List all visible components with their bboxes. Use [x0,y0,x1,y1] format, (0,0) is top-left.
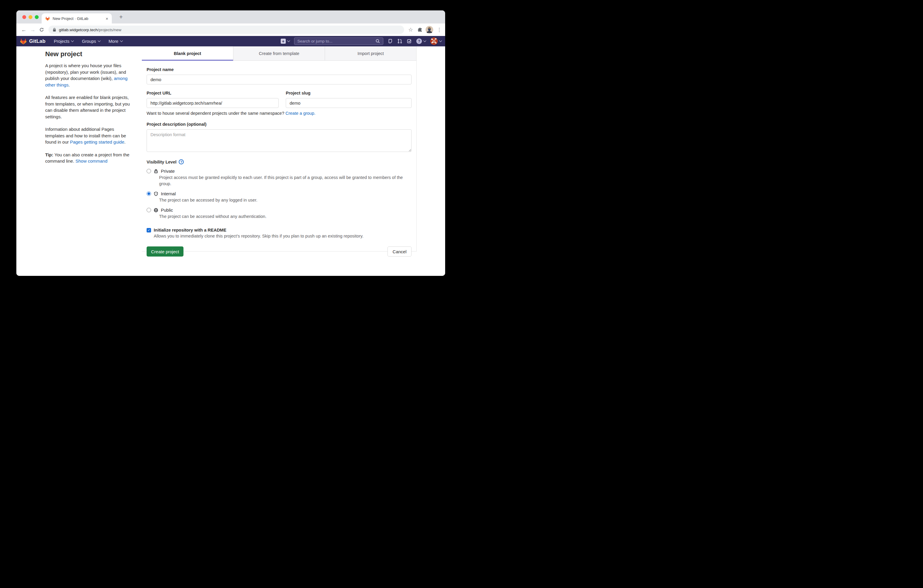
traffic-light-minimize-button[interactable] [28,15,33,19]
blank-project-form: Project name Project URL Project slug Wa… [142,61,416,256]
chevron-down-icon [71,39,74,42]
page-content: New project A project is where you house… [16,46,445,276]
https-lock-icon [53,28,56,32]
browser-window: New Project · GitLab × + ← → gitlab.widg… [16,10,445,276]
internal-radio[interactable] [146,191,151,196]
readme-label: Initialize repository with a README [154,228,226,232]
traffic-light-zoom-button[interactable] [35,15,39,19]
intro-p1-period: . [68,82,70,87]
tab-import-project[interactable]: Import project [325,46,416,60]
show-command-link[interactable]: Show command [76,158,108,164]
merge-request-icon [397,39,402,44]
visibility-level-label: Visibility Level [146,159,176,164]
public-radio[interactable] [146,208,151,212]
project-url-input[interactable] [146,98,279,108]
chevron-down-icon [98,39,101,42]
user-avatar [430,38,438,45]
tab-create-from-template[interactable]: Create from template [233,46,325,60]
pages-guide-link[interactable]: Pages getting started guide [70,140,124,145]
project-description-textarea[interactable] [146,129,412,152]
forward-button[interactable]: → [28,25,37,34]
browser-profile-avatar[interactable] [425,26,433,34]
browser-menu-icon[interactable]: ⋮ [436,27,442,33]
chevron-down-icon [120,39,123,42]
intro-paragraph-1: A project is where you house your files … [45,62,131,88]
tab-title: New Project · GitLab [53,16,103,21]
new-menu-button[interactable]: + [281,39,290,44]
gitlab-wordmark: GitLab [29,38,46,44]
intro-p3-period: . [124,140,125,145]
intro-paragraph-2: All features are enabled for blank proje… [45,94,131,120]
gitlab-tanuki-logo-icon [20,38,27,44]
visibility-level-header: Visibility Level ? [146,159,412,164]
browser-toolbar: ← → gitlab.widgetcorp.tech/projects/new … [16,23,445,36]
tab-blank-project[interactable]: Blank project [142,46,233,60]
visibility-option-public: Public The project can be accessed witho… [146,207,412,220]
form-actions: Create project Cancel [146,246,412,256]
user-menu-button[interactable] [430,38,442,45]
chevron-down-icon [424,39,426,42]
search-input[interactable] [297,39,376,43]
url-host: gitlab.widgetcorp.tech [59,28,98,32]
project-type-tabs: Blank project Create from template Impor… [142,46,416,61]
intro-paragraph-3: Information about additional Pages templ… [45,126,131,145]
global-search[interactable] [294,38,383,45]
nav-menu-more-label: More [108,39,118,44]
public-option-label: Public [161,207,173,213]
back-button[interactable]: ← [19,25,28,34]
bookmark-star-icon[interactable]: ☆ [407,26,414,33]
reload-icon [39,27,44,32]
todos-button[interactable] [407,39,412,44]
new-tab-button[interactable]: + [117,13,125,21]
project-slug-input[interactable] [286,98,412,108]
readme-description: Allows you to immediately clone this pro… [154,234,412,238]
namespace-hint: Want to house several dependent projects… [146,111,412,116]
gitlab-home-link[interactable]: GitLab [20,38,46,44]
toolbar-right: ☆ ⋮ [407,26,442,34]
visibility-help-icon[interactable]: ? [179,159,184,164]
nav-menu-groups[interactable]: Groups [82,39,100,44]
url-text: gitlab.widgetcorp.tech/projects/new [59,28,122,32]
readme-section: ✓ Initialize repository with a README Al… [146,228,412,238]
gitlab-favicon-icon [45,16,50,21]
project-url-label: Project URL [146,91,279,95]
project-description-label: Project description (optional) [146,122,412,126]
tip-label: Tip: [45,152,53,157]
help-menu-button[interactable]: ? [416,38,426,44]
chevron-down-icon [287,39,290,42]
private-radio[interactable] [146,169,151,173]
extensions-icon[interactable] [417,27,422,33]
browser-tab[interactable]: New Project · GitLab × [42,13,112,23]
tab-close-icon[interactable]: × [105,16,108,21]
chevron-down-icon [439,39,442,42]
create-a-group-link[interactable]: Create a group. [286,111,315,116]
merge-requests-button[interactable] [397,39,402,44]
internal-option-label: Internal [161,191,176,196]
new-project-panel: Blank project Create from template Impor… [142,46,417,251]
reload-button[interactable] [37,25,46,34]
globe-icon [154,208,158,213]
shield-icon [154,191,158,196]
visibility-option-private: Private Project access must be granted e… [146,169,412,187]
gitlab-navbar: GitLab Projects Groups More + [16,36,445,46]
create-project-button[interactable]: Create project [146,246,184,256]
issues-button[interactable] [388,39,393,44]
cancel-button[interactable]: Cancel [388,246,412,256]
intro-tip: Tip: You can also create a project from … [45,152,131,164]
nav-menu-projects[interactable]: Projects [54,39,74,44]
traffic-light-close-button[interactable] [22,15,26,19]
project-slug-label: Project slug [286,91,412,95]
navbar-right: + [281,38,442,45]
new-project-intro: New project A project is where you house… [45,50,131,171]
readme-checkbox[interactable]: ✓ [146,228,151,232]
private-option-description: Project access must be granted explicitl… [159,174,412,187]
address-bar[interactable]: gitlab.widgetcorp.tech/projects/new [48,26,404,34]
browser-tab-strip: New Project · GitLab × + [16,10,445,23]
nav-menu-projects-label: Projects [54,39,69,44]
nav-menu-more[interactable]: More [108,39,123,44]
plus-icon: + [281,39,286,44]
visibility-option-internal: Internal The project can be accessed by … [146,191,412,203]
project-name-input[interactable] [146,75,412,84]
nav-menu-groups-label: Groups [82,39,96,44]
url-path: /projects/new [98,28,122,32]
